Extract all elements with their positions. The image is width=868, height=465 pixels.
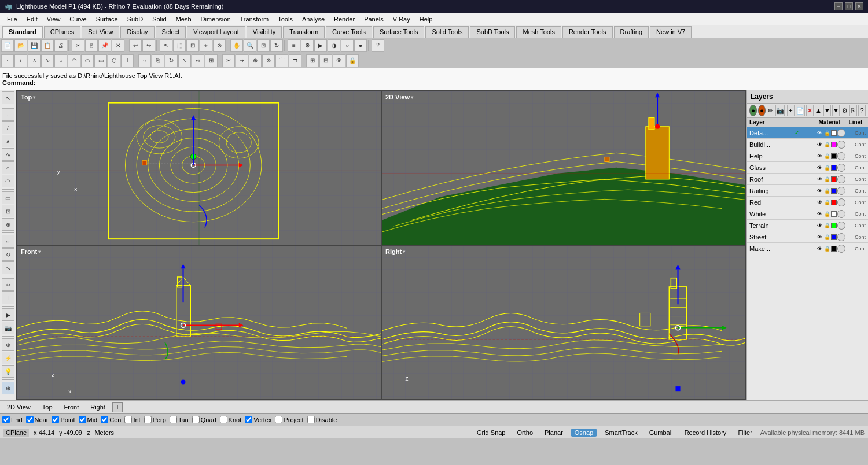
tb2-copy2[interactable]: ⎘ bbox=[152, 54, 164, 67]
snap-near-check[interactable] bbox=[26, 416, 34, 423]
tb-rotate[interactable]: ↻ bbox=[270, 39, 283, 52]
snap-quad-check[interactable] bbox=[192, 416, 200, 423]
tb2-group[interactable]: ⊞ bbox=[306, 54, 319, 67]
layer-row-make[interactable]: Make... 👁 🔒 Cont bbox=[747, 243, 868, 254]
tab-solidtools[interactable]: Solid Tools bbox=[425, 26, 469, 38]
tb2-arc[interactable]: ◠ bbox=[68, 54, 80, 67]
menu-file[interactable]: File bbox=[2, 14, 22, 24]
layer-help-btn[interactable]: ? bbox=[858, 105, 866, 116]
layer-row-red[interactable]: Red 👁 🔒 Cont bbox=[747, 197, 868, 208]
menu-render[interactable]: Render bbox=[329, 14, 359, 24]
recordhistory-btn[interactable]: Record History bbox=[681, 429, 730, 437]
layer-color-btn[interactable]: ● bbox=[749, 105, 757, 116]
snap-perp-check[interactable] bbox=[144, 416, 152, 423]
tb2-offset[interactable]: ⊐ bbox=[289, 54, 301, 67]
lt-arc[interactable]: ◠ bbox=[2, 175, 14, 187]
tb2-text[interactable]: T bbox=[121, 54, 134, 67]
menu-solid[interactable]: Solid bbox=[148, 14, 171, 24]
layer-dn-btn[interactable]: ▼ bbox=[823, 105, 831, 116]
tb2-curve[interactable]: ∿ bbox=[41, 54, 54, 67]
lt-render[interactable]: ▶ bbox=[2, 308, 14, 321]
menu-analyse[interactable]: Analyse bbox=[297, 14, 329, 24]
menu-subd[interactable]: SubD bbox=[123, 14, 148, 24]
tab-select[interactable]: Select bbox=[156, 26, 186, 38]
layer-color-swatch[interactable] bbox=[831, 223, 837, 228]
layer-row-white[interactable]: White 👁 🔒 Cont bbox=[747, 208, 868, 220]
tb2-lock[interactable]: 🔒 bbox=[346, 54, 359, 67]
tb-render[interactable]: ▶ bbox=[314, 39, 327, 52]
layer-row-defa[interactable]: Defa... ✓ 👁 🔒 Cont bbox=[747, 127, 868, 139]
tab-rendertools[interactable]: Render Tools bbox=[562, 26, 613, 38]
layer-color-swatch[interactable] bbox=[831, 188, 837, 194]
snap-end-check[interactable] bbox=[2, 416, 10, 423]
tb-select[interactable]: ↖ bbox=[160, 39, 172, 52]
layer-row-help[interactable]: Help 👁 🔒 Cont bbox=[747, 150, 868, 162]
tb-selectall[interactable]: ⬚ bbox=[173, 39, 186, 52]
layer-row-roof[interactable]: Roof 👁 🔒 Cont bbox=[747, 174, 868, 185]
tab-curvetools[interactable]: Curve Tools bbox=[326, 26, 372, 38]
tb-pan[interactable]: ✋ bbox=[230, 39, 243, 52]
tb2-explode[interactable]: ⊗ bbox=[262, 54, 275, 67]
menu-dimension[interactable]: Dimension bbox=[196, 14, 236, 24]
layer-row-railing[interactable]: Railing 👁 🔒 Cont bbox=[747, 185, 868, 197]
lt-gumball[interactable]: ⊕ bbox=[2, 382, 14, 394]
tab-cplanes[interactable]: CPlanes bbox=[44, 26, 81, 38]
snap-point[interactable]: Point bbox=[52, 416, 75, 423]
layer-del-btn[interactable]: ✕ bbox=[806, 105, 814, 116]
tb2-join[interactable]: ⊕ bbox=[249, 54, 262, 67]
layer-cam-btn[interactable]: 📷 bbox=[775, 105, 785, 116]
cmd-input-field[interactable] bbox=[38, 79, 153, 86]
menu-mesh[interactable]: Mesh bbox=[171, 14, 196, 24]
menu-tools[interactable]: Tools bbox=[273, 14, 297, 24]
lt-point[interactable]: · bbox=[2, 108, 14, 121]
snap-vertex-check[interactable] bbox=[245, 416, 252, 423]
layer-new-btn[interactable]: 📄 bbox=[796, 105, 805, 116]
layer-color-swatch[interactable] bbox=[831, 165, 837, 171]
snap-perp[interactable]: Perp bbox=[144, 416, 166, 423]
tb-save[interactable]: 💾 bbox=[28, 39, 41, 52]
snap-vertex[interactable]: Vertex bbox=[245, 416, 271, 423]
snap-project[interactable]: Project bbox=[275, 416, 303, 423]
lt-boolean[interactable]: ⊕ bbox=[2, 218, 14, 231]
layer-color-swatch[interactable] bbox=[831, 130, 837, 136]
lt-select[interactable]: ↖ bbox=[2, 91, 14, 104]
snap-tan-check[interactable] bbox=[170, 416, 177, 423]
tb-zoomext[interactable]: ⊡ bbox=[257, 39, 270, 52]
layer-color-swatch[interactable] bbox=[831, 200, 837, 205]
lt-camera[interactable]: 📷 bbox=[2, 322, 14, 334]
tb-paste[interactable]: 📌 bbox=[98, 39, 111, 52]
gumball-btn[interactable]: Gumball bbox=[646, 429, 676, 437]
bt-top[interactable]: Top bbox=[38, 403, 57, 412]
snap-mid-check[interactable] bbox=[79, 416, 86, 423]
viewport-front[interactable]: Front ▾ bbox=[17, 246, 381, 399]
tab-visibility[interactable]: Visibility bbox=[247, 26, 282, 38]
tb2-polygon[interactable]: ⬡ bbox=[108, 54, 120, 67]
bt-right[interactable]: Right bbox=[86, 403, 110, 412]
tab-transform[interactable]: Transform bbox=[283, 26, 325, 38]
layer-color-swatch[interactable] bbox=[831, 246, 837, 252]
layer-copy-btn[interactable]: ⎘ bbox=[849, 105, 857, 116]
tab-meshtools[interactable]: Mesh Tools bbox=[516, 26, 561, 38]
layer-up-btn[interactable]: ▲ bbox=[815, 105, 822, 116]
lt-line[interactable]: / bbox=[2, 121, 14, 134]
lt-surface[interactable]: ▭ bbox=[2, 191, 14, 204]
tb2-scale[interactable]: ⤡ bbox=[178, 54, 191, 67]
snap-tan[interactable]: Tan bbox=[170, 416, 189, 423]
tb-undo[interactable]: ↩ bbox=[129, 39, 142, 52]
lt-curve[interactable]: ∿ bbox=[2, 148, 14, 161]
snap-cen-check[interactable] bbox=[101, 416, 108, 423]
snap-near[interactable]: Near bbox=[26, 416, 49, 423]
tb2-rotate2[interactable]: ↻ bbox=[165, 54, 178, 67]
tb-wire[interactable]: ○ bbox=[341, 39, 354, 52]
snap-disable[interactable]: Disable bbox=[307, 416, 337, 423]
planar-btn[interactable]: Planar bbox=[541, 429, 567, 437]
vp-top-label[interactable]: Top ▾ bbox=[21, 94, 35, 101]
tb2-line[interactable]: / bbox=[14, 54, 27, 67]
layer-row-glass[interactable]: Glass 👁 🔒 Cont bbox=[747, 162, 868, 174]
lt-move[interactable]: ↔ bbox=[2, 235, 14, 248]
maximize-button[interactable]: □ bbox=[845, 2, 853, 10]
tab-viewportlayout[interactable]: Viewport Layout bbox=[187, 26, 245, 38]
vp-right-label[interactable]: Right ▾ bbox=[385, 248, 405, 255]
lt-light[interactable]: 💡 bbox=[2, 365, 14, 378]
tb2-array[interactable]: ⊞ bbox=[205, 54, 218, 67]
